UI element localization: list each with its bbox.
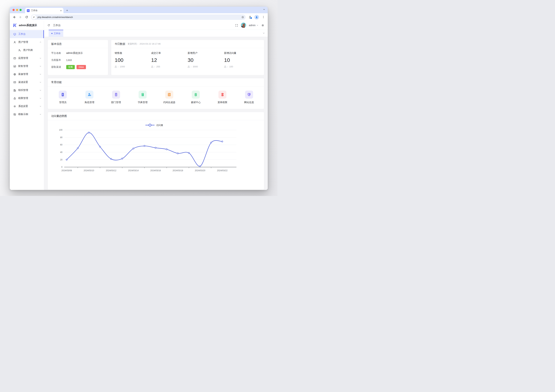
stat-成交订单: 成交订单12总： 255: [151, 51, 188, 75]
zoom-window-button[interactable]: [20, 9, 22, 11]
sidebar-item-label: 权限管理: [18, 97, 37, 100]
browser-tabstrip: LA 工作台 × +: [10, 7, 268, 13]
sidebar-item-label: 装修管理: [18, 73, 37, 76]
sidebar-item-组织管理[interactable]: 组织管理: [10, 86, 44, 94]
decorate-icon: [13, 73, 16, 76]
quick-item-网站信息[interactable]: 网站信息: [236, 91, 262, 104]
username: admin: [249, 24, 256, 27]
sidebar-item-工作台[interactable]: 工作台: [10, 30, 44, 38]
quick-item-代码生成器[interactable]: 代码生成器: [156, 91, 183, 104]
reload-icon[interactable]: [25, 15, 29, 19]
stat-label: 新增访问量: [224, 51, 261, 55]
profile-icon[interactable]: [254, 15, 259, 20]
sidebar-item-权限管理[interactable]: 权限管理: [10, 94, 44, 102]
svg-text:2024/03/18: 2024/03/18: [173, 169, 183, 172]
sidebar-item-渠道设置[interactable]: 渠道设置: [10, 78, 44, 86]
admin-tie-icon: [59, 91, 67, 99]
chevron-up-icon: [39, 41, 42, 43]
browser-window: LA 工作台 × + php.like: [10, 7, 268, 190]
forward-icon[interactable]: [18, 15, 22, 19]
gitee-button[interactable]: Gitee: [77, 65, 86, 69]
main-area: 工作台 版本信息: [44, 30, 268, 190]
favicon-la-icon: LA: [27, 9, 30, 12]
tab-close-icon[interactable]: ×: [60, 9, 62, 12]
stat-total: 总： 1000: [115, 65, 151, 68]
sidebar-item-模板示例[interactable]: 模板示例: [10, 110, 44, 118]
back-icon[interactable]: [12, 15, 16, 19]
url-bar[interactable]: php.likeadmin.cn/admin/workbench: [31, 15, 246, 20]
quick-item-素材中心[interactable]: 素材中心: [183, 91, 209, 104]
app-icon: [13, 57, 16, 60]
page-title: 工作台: [53, 24, 61, 27]
stat-total: 总： 3000: [188, 65, 224, 68]
department-icon: [112, 91, 120, 99]
close-window-button[interactable]: [13, 9, 15, 11]
svg-text:20: 20: [60, 159, 63, 161]
material-icon: [192, 91, 200, 99]
quick-item-部门管理[interactable]: 部门管理: [103, 91, 129, 104]
site-info-icon[interactable]: [32, 15, 36, 19]
new-tab-button[interactable]: +: [65, 8, 69, 13]
official-site-button[interactable]: 官网: [66, 65, 75, 69]
version-info-card: 版本信息 平台名称 admin系统演示 当前版本 1.8.0: [48, 40, 108, 75]
quick-item-管理员[interactable]: 管理员: [50, 91, 76, 104]
sidebar-item-应用管理[interactable]: 应用管理: [10, 54, 44, 62]
stat-value: 12: [151, 57, 188, 63]
sidebar-item-用户列表[interactable]: 用户列表: [10, 46, 44, 54]
chevron-down-icon: [39, 113, 42, 115]
channel-row: 获取渠道 官网 Gitee: [51, 65, 105, 69]
sidebar-item-用户管理[interactable]: 用户管理: [10, 38, 44, 46]
sidebar-item-label: 财务管理: [18, 65, 37, 68]
url-text[interactable]: php.likeadmin.cn/admin/workbench: [37, 16, 239, 18]
bookmark-star-icon[interactable]: [241, 15, 245, 19]
chevron-down-icon: [39, 81, 42, 83]
flask-icon[interactable]: [248, 15, 252, 19]
refresh-icon[interactable]: [47, 24, 50, 27]
user-icon: [13, 41, 16, 44]
window-controls: [13, 9, 22, 11]
sidebar-item-装修管理[interactable]: 装修管理: [10, 70, 44, 78]
stat-新增用户: 新增用户30总： 3000: [188, 51, 224, 75]
browser-tab[interactable]: LA 工作台 ×: [25, 8, 63, 13]
brand[interactable]: admin系统演示: [10, 21, 44, 30]
minimize-window-button[interactable]: [16, 9, 18, 11]
codegen-icon: [165, 91, 173, 99]
quick-item-label: 网站信息: [244, 101, 254, 104]
quick-functions-row: 管理员角色管理部门管理字典管理代码生成器素材中心菜单权限网站信息: [48, 87, 264, 109]
user-avatar[interactable]: [241, 23, 246, 28]
legend-label: 访问量: [156, 124, 163, 126]
sidebar-item-label: 渠道设置: [18, 81, 37, 84]
content: 版本信息 平台名称 admin系统演示 当前版本 1.8.0: [44, 37, 268, 190]
svg-text:0: 0: [61, 166, 63, 168]
logo-k-icon: [13, 23, 17, 28]
header-actions: admin: [235, 23, 268, 28]
tab-title: 工作台: [31, 9, 59, 12]
svg-text:2024/03/14: 2024/03/14: [128, 169, 139, 172]
tabbar-chevron-icon[interactable]: [263, 32, 265, 35]
chevron-down-icon: [39, 89, 42, 91]
quick-item-字典管理[interactable]: 字典管理: [129, 91, 156, 104]
gear-icon[interactable]: [261, 24, 264, 27]
svg-text:60: 60: [60, 144, 63, 146]
svg-text:2024/03/08: 2024/03/08: [61, 169, 72, 172]
tab-workbench[interactable]: 工作台: [49, 30, 63, 37]
app-header: admin系统演示 工作台 admin: [10, 21, 268, 30]
quick-item-菜单权限[interactable]: 菜单权限: [209, 91, 236, 104]
today-data-card: 今日数据 更新时间： 2024-03-22 16:17:46 销售额100总： …: [111, 40, 264, 75]
website-icon: [245, 91, 253, 99]
quick-functions-card: 常用功能 管理员角色管理部门管理字典管理代码生成器素材中心菜单权限网站信息: [48, 78, 264, 109]
menu-dots-icon[interactable]: [262, 15, 265, 19]
sidebar-item-系统设置[interactable]: 系统设置: [10, 102, 44, 110]
active-tab-dot-icon: [51, 33, 52, 34]
sidebar-item-财务管理[interactable]: 财务管理: [10, 62, 44, 70]
fullscreen-icon[interactable]: [235, 24, 238, 27]
channel-label: 获取渠道: [51, 65, 66, 69]
chevron-down-icon: [39, 97, 42, 99]
quick-item-角色管理[interactable]: 角色管理: [76, 91, 103, 104]
tabstrip-chevron-icon[interactable]: [263, 8, 265, 11]
current-version-value: 1.8.0: [66, 59, 72, 61]
user-menu[interactable]: admin: [249, 24, 258, 27]
quick-item-label: 菜单权限: [218, 101, 227, 104]
org-icon: [13, 89, 16, 92]
quick-item-label: 代码生成器: [163, 101, 175, 104]
